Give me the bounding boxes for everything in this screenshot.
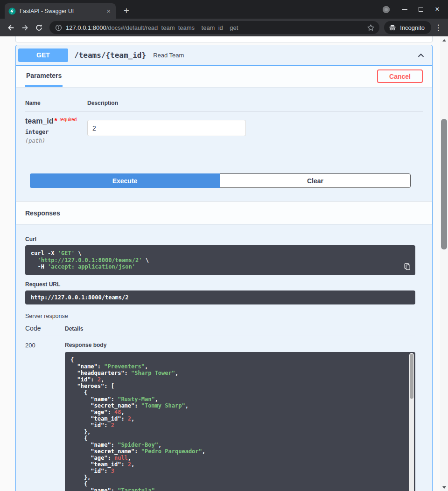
operation-path: /teams/{team_id} [74, 51, 146, 60]
tab-parameters[interactable]: Parameters [25, 66, 63, 87]
minimize-button[interactable] [401, 6, 408, 13]
forward-button[interactable] [19, 21, 31, 34]
toolbar: 127.0.0.1:8000/docs#/default/read_team_t… [0, 19, 448, 36]
column-header-details: Details [65, 325, 83, 332]
request-url-text: http://127.0.0.1:8000/teams/2 [25, 290, 415, 305]
operation-summary: Read Team [153, 52, 184, 59]
column-header-name: Name [25, 100, 87, 106]
previous-section-tail [15, 36, 433, 42]
cancel-button[interactable]: Cancel [377, 69, 423, 83]
browser-tab[interactable]: FastAPI - Swagger UI × [5, 3, 116, 19]
operation-block: GET /teams/{team_id} Read Team Parameter… [15, 45, 433, 491]
parameters-header: Parameters Cancel [16, 66, 432, 87]
team-id-input[interactable] [87, 120, 246, 136]
url-text: 127.0.0.1:8000/docs#/default/read_team_t… [66, 24, 363, 31]
incognito-icon [388, 23, 397, 32]
response-body-scrollbar-thumb[interactable] [410, 354, 413, 399]
parameter-name: team_id [25, 117, 53, 125]
parameter-name-line: team_id*required [25, 117, 87, 125]
tab-close-icon[interactable]: × [105, 7, 112, 14]
window-controls: × [383, 6, 441, 13]
response-body-scrollbar[interactable] [409, 353, 414, 491]
close-button[interactable]: × [434, 6, 441, 13]
request-url-block: http://127.0.0.1:8000/teams/2 [25, 290, 415, 305]
back-button[interactable] [5, 21, 17, 34]
column-header-description: Description [87, 100, 423, 106]
parameters-tab-label: Parameters [26, 72, 62, 79]
parameter-location: (path) [25, 138, 87, 144]
responses-content: Curl curl -X 'GET' \ 'http://127.0.0.1:8… [16, 224, 432, 491]
page-scrollbar[interactable] [440, 36, 448, 491]
new-tab-button[interactable]: + [120, 6, 133, 15]
column-header-code: Code [25, 325, 65, 332]
titlebar: FastAPI - Swagger UI × + × [0, 0, 448, 19]
browser-window: FastAPI - Swagger UI × + × 127.0.0.1:800… [0, 0, 448, 36]
copy-button[interactable] [404, 263, 411, 270]
tab-title: FastAPI - Swagger UI [20, 8, 101, 14]
collapse-chevron-icon[interactable] [416, 51, 426, 60]
required-star: * [54, 117, 57, 125]
response-row: 200 Response body { "name": "Preventers"… [25, 336, 415, 491]
scroll-down-button[interactable] [440, 484, 448, 491]
scrollbar-thumb[interactable] [441, 119, 447, 249]
fastapi-favicon-icon [8, 7, 16, 15]
bookmark-star-icon[interactable] [367, 24, 375, 32]
method-badge: GET [18, 48, 68, 62]
curl-block: curl -X 'GET' \ 'http://127.0.0.1:8000/t… [25, 245, 415, 275]
response-body-block: { "name": "Preventers", "headquarters": … [65, 352, 415, 491]
address-bar[interactable]: 127.0.0.1:8000/docs#/default/read_team_t… [49, 21, 379, 34]
response-body-code: { "name": "Preventers", "headquarters": … [65, 352, 415, 491]
responses-title: Responses [25, 209, 60, 217]
server-response-label: Server response [25, 313, 415, 320]
request-url-label: Request URL [25, 281, 415, 288]
incognito-label: Incognito [400, 24, 425, 31]
execute-row: Execute Clear [16, 173, 432, 188]
maximize-button[interactable] [418, 6, 424, 13]
parameters-table: Name Description team_id*required intege… [16, 87, 432, 173]
required-label: required [60, 117, 77, 122]
info-icon[interactable] [55, 24, 62, 31]
parameter-type: integer [25, 129, 87, 135]
operation-header[interactable]: GET /teams/{team_id} Read Team [16, 45, 432, 66]
menu-icon[interactable]: ⋮ [433, 23, 443, 33]
scroll-up-button[interactable] [440, 36, 448, 44]
update-icon[interactable] [383, 6, 390, 13]
url-path: /docs#/default/read_team_teams__team_id_… [106, 24, 238, 31]
response-body-label: Response body [65, 342, 415, 348]
curl-label: Curl [25, 236, 415, 242]
reload-button[interactable] [33, 21, 45, 34]
execute-button[interactable]: Execute [30, 173, 220, 188]
parameters-table-header: Name Description [25, 100, 423, 111]
status-code: 200 [25, 342, 65, 491]
curl-code: curl -X 'GET' \ 'http://127.0.0.1:8000/t… [25, 245, 415, 275]
url-host: 127.0.0.1:8000 [66, 24, 106, 31]
responses-header: Responses [16, 201, 432, 224]
clear-button[interactable]: Clear [220, 173, 411, 188]
incognito-badge: Incognito [384, 21, 431, 34]
parameter-row: team_id*required integer (path) [25, 111, 423, 144]
response-table-header: Code Details [25, 325, 415, 336]
page: GET /teams/{team_id} Read Team Parameter… [0, 36, 440, 491]
